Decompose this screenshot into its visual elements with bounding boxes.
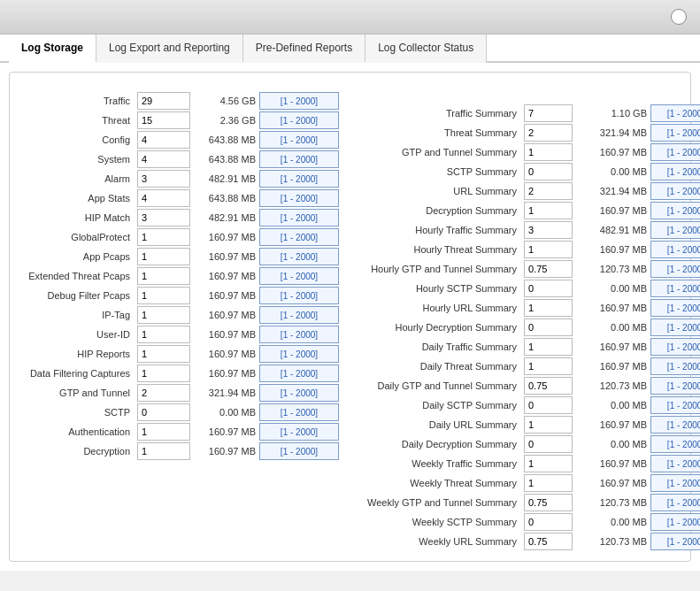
range-button[interactable]: [1 - 2000]: [259, 423, 339, 441]
range-button[interactable]: [1 - 2000]: [650, 202, 700, 219]
range-button[interactable]: [1 - 2000]: [650, 357, 700, 375]
range-button[interactable]: [1 - 2000]: [650, 513, 700, 531]
range-button[interactable]: [1 - 2000]: [259, 403, 339, 421]
help-icon[interactable]: [671, 9, 687, 25]
range-button[interactable]: [1 - 2000]: [650, 241, 700, 258]
range-button[interactable]: [1 - 2000]: [259, 209, 339, 226]
range-button[interactable]: [1 - 2000]: [650, 124, 700, 142]
range-button[interactable]: [1 - 2000]: [259, 170, 339, 188]
range-button[interactable]: [1 - 2000]: [259, 442, 339, 460]
range-button[interactable]: [1 - 2000]: [259, 365, 339, 382]
quota-input[interactable]: [524, 416, 573, 434]
quota-input[interactable]: [524, 143, 573, 161]
range-button[interactable]: [1 - 2000]: [650, 280, 700, 297]
row-size: 643.88 MB: [194, 154, 256, 165]
row-label: Hourly SCTP Summary: [357, 283, 520, 294]
range-button[interactable]: [1 - 2000]: [259, 228, 339, 246]
range-button[interactable]: [1 - 2000]: [650, 182, 700, 200]
tab-log-collector[interactable]: Log Collector Status: [365, 35, 487, 63]
range-button[interactable]: [1 - 2000]: [259, 248, 339, 265]
quota-input[interactable]: [524, 104, 573, 122]
quota-input[interactable]: [524, 377, 573, 395]
range-button[interactable]: [1 - 2000]: [650, 474, 700, 492]
quota-input[interactable]: [137, 403, 190, 421]
quota-input[interactable]: [524, 280, 573, 297]
range-button[interactable]: [1 - 2000]: [650, 533, 700, 550]
quota-input[interactable]: [524, 182, 573, 200]
left-rows-container: Traffic 4.56 GB [1 - 2000] Threat 2.36 G…: [19, 92, 339, 460]
range-button[interactable]: [1 - 2000]: [259, 306, 339, 324]
quota-input[interactable]: [524, 241, 573, 258]
quota-input[interactable]: [137, 131, 190, 149]
row-size: 321.94 MB: [576, 186, 647, 196]
row-label: Hourly URL Summary: [357, 303, 520, 313]
quota-input[interactable]: [137, 248, 190, 265]
range-button[interactable]: [1 - 2000]: [650, 319, 700, 336]
quota-input[interactable]: [524, 474, 573, 492]
quota-input[interactable]: [137, 150, 190, 168]
range-button[interactable]: [1 - 2000]: [259, 111, 339, 129]
quota-input[interactable]: [524, 533, 573, 550]
quota-input[interactable]: [137, 384, 190, 402]
quota-input[interactable]: [137, 423, 190, 441]
quota-input[interactable]: [524, 455, 573, 472]
range-button[interactable]: [1 - 2000]: [650, 221, 700, 239]
range-button[interactable]: [1 - 2000]: [650, 163, 700, 180]
range-button[interactable]: [1 - 2000]: [650, 416, 700, 434]
range-button[interactable]: [1 - 2000]: [650, 143, 700, 161]
range-button[interactable]: [1 - 2000]: [650, 494, 700, 511]
quota-input[interactable]: [137, 287, 190, 304]
quota-input[interactable]: [137, 365, 190, 382]
range-button[interactable]: [1 - 2000]: [259, 131, 339, 149]
tab-pre-defined[interactable]: Pre-Defined Reports: [243, 35, 365, 63]
quota-input[interactable]: [524, 163, 573, 180]
quota-input[interactable]: [524, 338, 573, 356]
quota-input[interactable]: [137, 345, 190, 363]
quota-input[interactable]: [524, 357, 573, 375]
range-button[interactable]: [1 - 2000]: [650, 104, 700, 122]
range-button[interactable]: [1 - 2000]: [650, 455, 700, 472]
range-button[interactable]: [1 - 2000]: [259, 345, 339, 363]
quota-input[interactable]: [137, 92, 190, 110]
quota-input[interactable]: [524, 396, 573, 414]
quota-input[interactable]: [524, 319, 573, 336]
quota-input[interactable]: [524, 202, 573, 219]
quota-input[interactable]: [524, 124, 573, 142]
quota-input[interactable]: [137, 267, 190, 285]
range-button[interactable]: [1 - 2000]: [650, 396, 700, 414]
quota-input[interactable]: [524, 221, 573, 239]
range-button[interactable]: [1 - 2000]: [650, 299, 700, 317]
range-button[interactable]: [1 - 2000]: [259, 384, 339, 402]
range-button[interactable]: [1 - 2000]: [259, 267, 339, 285]
quota-input[interactable]: [524, 513, 573, 531]
quota-input[interactable]: [137, 189, 190, 207]
table-row: App Pcaps 160.97 MB [1 - 2000]: [19, 248, 339, 265]
range-button[interactable]: [1 - 2000]: [650, 338, 700, 356]
tab-log-export[interactable]: Log Export and Reporting: [96, 35, 243, 63]
range-button[interactable]: [1 - 2000]: [259, 150, 339, 168]
row-size: 643.88 MB: [194, 193, 256, 203]
row-size: 160.97 MB: [194, 349, 256, 359]
quota-input[interactable]: [137, 170, 190, 188]
range-button[interactable]: [1 - 2000]: [259, 92, 339, 110]
quota-input[interactable]: [137, 442, 190, 460]
quota-input[interactable]: [137, 326, 190, 343]
tab-log-storage[interactable]: Log Storage: [9, 35, 96, 63]
quota-input[interactable]: [524, 435, 573, 453]
range-button[interactable]: [1 - 2000]: [259, 287, 339, 304]
row-size: 160.97 MB: [576, 458, 647, 469]
log-storage-quota-section: Traffic 4.56 GB [1 - 2000] Threat 2.36 G…: [9, 72, 691, 562]
quota-input[interactable]: [137, 228, 190, 246]
range-button[interactable]: [1 - 2000]: [650, 260, 700, 278]
quota-input[interactable]: [524, 260, 573, 278]
range-button[interactable]: [1 - 2000]: [259, 189, 339, 207]
range-button[interactable]: [1 - 2000]: [259, 326, 339, 343]
quota-input[interactable]: [137, 209, 190, 226]
quota-input[interactable]: [137, 111, 190, 129]
range-button[interactable]: [1 - 2000]: [650, 435, 700, 453]
range-button[interactable]: [1 - 2000]: [650, 377, 700, 395]
quota-input[interactable]: [524, 494, 573, 511]
row-size: 0.00 MB: [576, 400, 647, 411]
quota-input[interactable]: [137, 306, 190, 324]
quota-input[interactable]: [524, 299, 573, 317]
